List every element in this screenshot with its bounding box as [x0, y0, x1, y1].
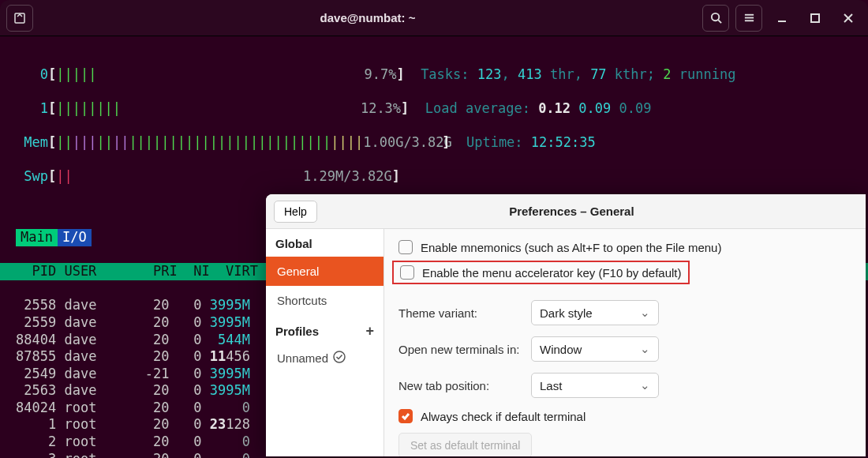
always-check-label: Always check if default terminal — [421, 410, 586, 423]
open-terminals-label: Open new terminals in: — [398, 343, 531, 356]
sidebar-item-shortcuts[interactable]: Shortcuts — [266, 286, 383, 315]
svg-point-1 — [711, 13, 718, 21]
tab-position-label: New tab position: — [398, 379, 531, 392]
theme-label: Theme variant: — [398, 306, 531, 320]
chevron-down-icon: ⌄ — [640, 342, 650, 356]
maximize-button[interactable] — [802, 5, 829, 32]
svg-rect-7 — [811, 14, 819, 22]
sidebar-item-general[interactable]: General — [266, 257, 383, 286]
titlebar: dave@numbat: ~ — [0, 0, 868, 36]
close-button[interactable] — [835, 5, 862, 32]
checkmark-circle-icon — [333, 351, 346, 366]
sidebar-section-global: Global — [266, 229, 383, 257]
preferences-sidebar: Global General Shortcuts Profiles + Unna… — [266, 229, 384, 456]
sidebar-section-profiles: Profiles + — [266, 315, 383, 346]
tab-io[interactable]: I/O — [58, 229, 92, 246]
always-check-checkbox[interactable] — [398, 409, 413, 423]
tab-position-select[interactable]: Last ⌄ — [531, 373, 659, 398]
add-profile-button[interactable]: + — [365, 323, 374, 340]
search-button[interactable] — [702, 5, 729, 32]
minimize-button[interactable] — [769, 5, 795, 32]
window-title: dave@numbat: ~ — [33, 11, 702, 24]
new-tab-button[interactable] — [6, 5, 33, 32]
preferences-content: Enable mnemonics (such as Alt+F to open … — [384, 229, 866, 456]
highlighted-option: Enable the menu accelerator key (F10 by … — [392, 261, 690, 284]
tab-main[interactable]: Main — [16, 229, 58, 246]
svg-line-2 — [718, 20, 721, 23]
accelerator-checkbox[interactable] — [400, 265, 414, 280]
accelerator-label: Enable the menu accelerator key (F10 by … — [422, 266, 682, 280]
sidebar-profile-unnamed[interactable]: Unnamed — [266, 346, 383, 370]
chevron-down-icon: ⌄ — [640, 306, 650, 320]
chevron-down-icon: ⌄ — [640, 378, 650, 392]
open-terminals-select[interactable]: Window ⌄ — [531, 336, 659, 362]
mnemonics-checkbox[interactable] — [398, 240, 413, 254]
hamburger-menu-button[interactable] — [735, 5, 762, 32]
svg-point-10 — [334, 351, 345, 362]
preferences-titlebar: Help Preferences – General — [266, 194, 866, 229]
preferences-window: Help Preferences – General Global Genera… — [266, 194, 866, 456]
preferences-title: Preferences – General — [286, 205, 858, 218]
mnemonics-label: Enable mnemonics (such as Alt+F to open … — [421, 241, 721, 254]
set-default-button[interactable]: Set as default terminal — [398, 433, 532, 456]
theme-select[interactable]: Dark style ⌄ — [531, 300, 659, 325]
